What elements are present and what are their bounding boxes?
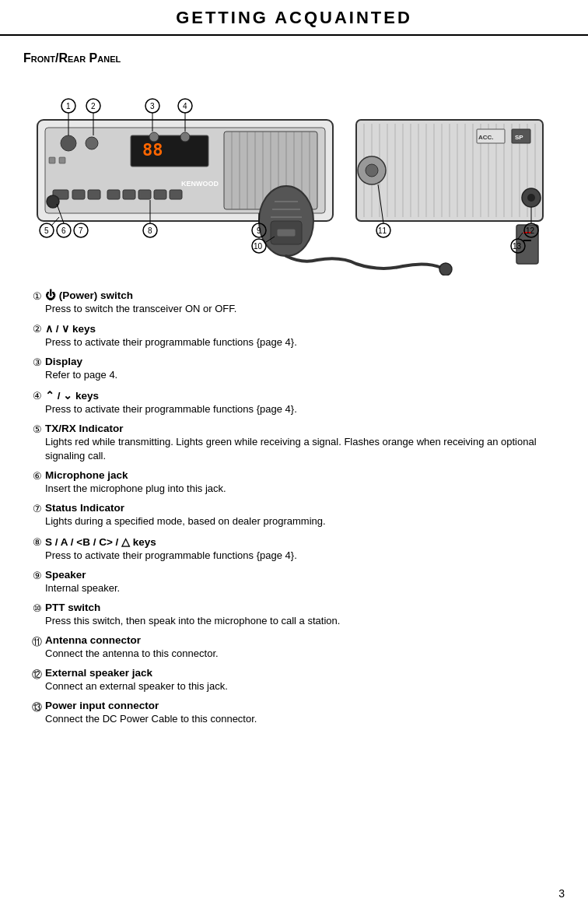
item-number: ① bbox=[23, 290, 45, 302]
item-content: Power input connectorConnect the DC Powe… bbox=[45, 700, 565, 726]
item-title: S / A / <B / C> / △ keys bbox=[45, 536, 156, 548]
item-number: ② bbox=[23, 322, 45, 335]
item-title: Microphone jack bbox=[45, 469, 128, 481]
svg-text:2: 2 bbox=[91, 102, 96, 111]
page-header: GETTING ACQUAINTED bbox=[0, 0, 588, 36]
item-desc: Press to activate their programmable fun… bbox=[45, 336, 297, 348]
svg-rect-30 bbox=[59, 157, 65, 163]
item-desc: Lights during a specified mode, based on… bbox=[45, 515, 326, 527]
list-item: ②∧ / ∨ keysPress to activate their progr… bbox=[23, 322, 565, 349]
item-number: ⑧ bbox=[23, 535, 45, 548]
item-number: ⑬ bbox=[23, 700, 45, 714]
item-desc: Press to activate their programmable fun… bbox=[45, 403, 297, 415]
svg-rect-24 bbox=[123, 190, 135, 199]
item-number: ⑫ bbox=[23, 667, 45, 682]
svg-text:1: 1 bbox=[66, 102, 71, 111]
list-item: ①⏻ (Power) switchPress to switch the tra… bbox=[23, 290, 565, 316]
item-title: TX/RX Indicator bbox=[45, 423, 124, 434]
svg-point-19 bbox=[180, 132, 190, 142]
svg-rect-23 bbox=[107, 190, 120, 199]
list-item: ⑤TX/RX IndicatorLights red while transmi… bbox=[23, 423, 565, 463]
section-title: Front/Rear Panel bbox=[23, 51, 565, 65]
svg-point-57 bbox=[366, 164, 378, 177]
item-desc: Connect an external speaker to this jack… bbox=[45, 680, 228, 692]
list-item: ⑥Microphone jackInsert the microphone pl… bbox=[23, 469, 565, 496]
svg-point-16 bbox=[61, 135, 76, 151]
item-title: ∧ / ∨ keys bbox=[45, 323, 96, 335]
svg-text:8: 8 bbox=[148, 226, 152, 235]
svg-point-73 bbox=[439, 263, 452, 276]
item-content: S / A / <B / C> / △ keysPress to activat… bbox=[45, 535, 565, 563]
item-content: PTT switchPress this switch, then speak … bbox=[45, 602, 565, 628]
svg-point-18 bbox=[149, 132, 159, 142]
svg-text:9: 9 bbox=[257, 226, 261, 235]
item-content: ⌃ / ⌄ keysPress to activate their progra… bbox=[45, 389, 565, 416]
item-title: Antenna connector bbox=[45, 634, 141, 646]
svg-rect-27 bbox=[170, 190, 182, 199]
svg-point-63 bbox=[527, 194, 535, 202]
item-title: ⏻ (Power) switch bbox=[45, 290, 133, 301]
svg-text:12: 12 bbox=[526, 226, 535, 235]
item-title: Speaker bbox=[45, 569, 86, 581]
svg-text:7: 7 bbox=[79, 226, 83, 235]
item-title: Status Indicator bbox=[45, 502, 124, 514]
item-title: Display bbox=[45, 356, 82, 367]
item-content: ∧ / ∨ keysPress to activate their progra… bbox=[45, 322, 565, 349]
panel-diagram: 88 KENWOOD bbox=[30, 73, 558, 276]
list-item: ⑨SpeakerInternal speaker. bbox=[23, 569, 565, 595]
list-item: ⑩PTT switchPress this switch, then speak… bbox=[23, 602, 565, 628]
svg-text:6: 6 bbox=[61, 226, 66, 235]
item-number: ④ bbox=[23, 389, 45, 402]
item-desc: Connect the DC Power Cable to this conne… bbox=[45, 713, 257, 725]
list-item: ⑬Power input connectorConnect the DC Pow… bbox=[23, 700, 565, 726]
item-content: Microphone jackInsert the microphone plu… bbox=[45, 469, 565, 496]
svg-point-17 bbox=[86, 137, 98, 149]
item-desc: Press to switch the transceiver ON or OF… bbox=[45, 303, 236, 314]
svg-text:88: 88 bbox=[142, 140, 163, 160]
item-desc: Press this switch, then speak into the m… bbox=[45, 615, 340, 626]
item-desc: Lights red while transmitting. Lights gr… bbox=[45, 436, 537, 462]
diagram-container: 88 KENWOOD bbox=[23, 73, 565, 276]
item-desc: Press to activate their programmable fun… bbox=[45, 549, 297, 561]
svg-rect-26 bbox=[154, 190, 166, 199]
svg-rect-21 bbox=[72, 190, 85, 199]
item-desc: Internal speaker. bbox=[45, 582, 120, 594]
item-number: ⑨ bbox=[23, 569, 45, 581]
svg-text:5: 5 bbox=[44, 226, 49, 235]
svg-text:10: 10 bbox=[254, 242, 263, 251]
list-item: ④⌃ / ⌄ keysPress to activate their progr… bbox=[23, 389, 565, 416]
svg-text:11: 11 bbox=[378, 226, 387, 235]
item-title: Power input connector bbox=[45, 700, 159, 711]
item-number: ③ bbox=[23, 356, 45, 368]
items-list: ①⏻ (Power) switchPress to switch the tra… bbox=[23, 290, 565, 727]
page-number: 3 bbox=[558, 887, 565, 900]
item-desc: Refer to page 4. bbox=[45, 369, 117, 381]
item-content: Status IndicatorLights during a specifie… bbox=[45, 502, 565, 528]
svg-rect-25 bbox=[138, 190, 151, 199]
item-title: External speaker jack bbox=[45, 667, 152, 679]
page-title: GETTING ACQUAINTED bbox=[0, 8, 588, 28]
item-number: ⑪ bbox=[23, 634, 45, 649]
list-item: ⑧S / A / <B / C> / △ keysPress to activa… bbox=[23, 535, 565, 563]
svg-text:SP: SP bbox=[515, 134, 523, 141]
item-content: DisplayRefer to page 4. bbox=[45, 356, 565, 382]
svg-text:4: 4 bbox=[183, 102, 187, 111]
svg-text:3: 3 bbox=[150, 102, 155, 111]
item-number: ⑩ bbox=[23, 602, 45, 614]
item-desc: Connect the antenna to this connector. bbox=[45, 648, 219, 659]
svg-text:KENWOOD: KENWOOD bbox=[181, 180, 219, 188]
list-item: ⑦Status IndicatorLights during a specifi… bbox=[23, 502, 565, 528]
item-content: Antenna connectorConnect the antenna to … bbox=[45, 634, 565, 661]
item-content: SpeakerInternal speaker. bbox=[45, 569, 565, 595]
svg-rect-72 bbox=[277, 229, 296, 237]
item-number: ⑥ bbox=[23, 469, 45, 482]
svg-rect-29 bbox=[49, 157, 55, 163]
item-title: ⌃ / ⌄ keys bbox=[45, 390, 99, 402]
item-number: ⑦ bbox=[23, 502, 45, 514]
item-number: ⑤ bbox=[23, 423, 45, 435]
svg-text:13: 13 bbox=[513, 242, 522, 251]
item-content: TX/RX IndicatorLights red while transmit… bbox=[45, 423, 565, 463]
item-content: External speaker jackConnect an external… bbox=[45, 667, 565, 693]
svg-text:ACC.: ACC. bbox=[478, 134, 494, 141]
list-item: ③DisplayRefer to page 4. bbox=[23, 356, 565, 382]
